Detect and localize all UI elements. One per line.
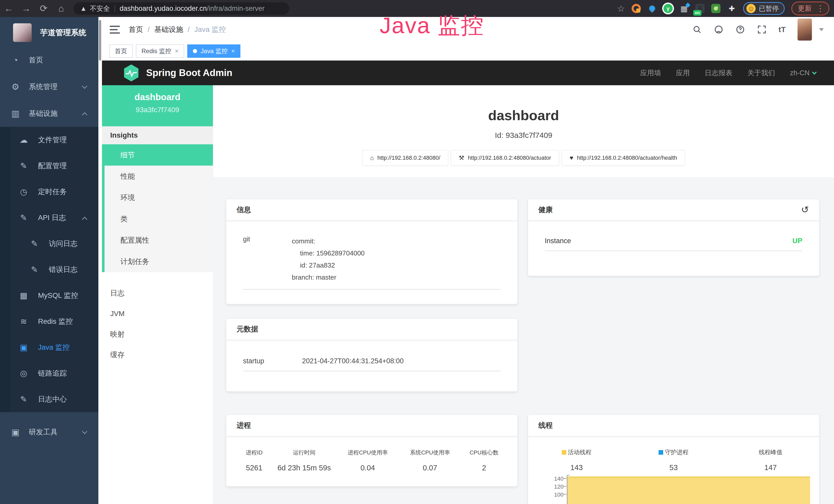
sidebar-item-label: API 日志 — [38, 213, 66, 223]
user-avatar[interactable] — [797, 19, 812, 41]
sidebar-item-system[interactable]: ⚙ 系统管理 — [0, 73, 98, 100]
extensions-puzzle-icon[interactable]: ✚ — [727, 4, 737, 13]
sba-menu-mappings[interactable]: 映射 — [102, 324, 213, 345]
home-icon[interactable]: ⌂ — [52, 0, 70, 17]
tab-redis-monitor[interactable]: Redis 监控 × — [136, 44, 184, 58]
sba-nav-wallboard[interactable]: 应用墙 — [640, 68, 661, 77]
sba-nav-applications[interactable]: 应用 — [676, 68, 690, 77]
app-logo-row[interactable]: 芋道管理系统 — [0, 17, 98, 47]
url-domain: dashboard.yudao.iocoder.cn — [120, 5, 207, 13]
browser-update-button[interactable]: 更新 ⋮ — [791, 2, 829, 16]
forward-icon[interactable]: → — [18, 0, 35, 17]
git-info-row: git commit: time: 1596289704000 id: 27aa… — [226, 221, 517, 283]
sba-sidebar: dashboard 93a3fc7f7409 Insights 细节 性能 环境… — [102, 85, 213, 504]
sba-instance-name: dashboard — [102, 92, 213, 102]
sba-menu-metrics[interactable]: 性能 — [105, 166, 213, 187]
sidebar-item-log-center[interactable]: ✎ 日志中心 — [0, 386, 98, 412]
profile-paused-badge[interactable]: ☺ 已暂停 — [743, 2, 785, 15]
sba-brand[interactable]: Spring Boot Admin — [123, 64, 233, 82]
back-icon[interactable]: ← — [0, 0, 18, 17]
actuator-url-button[interactable]: ⚒ http://192.168.0.2:48080/actuator — [451, 150, 559, 166]
sba-instance-header[interactable]: dashboard 93a3fc7f7409 — [102, 85, 213, 126]
close-icon[interactable]: × — [231, 47, 235, 55]
sba-menu-classes[interactable]: 类 — [105, 208, 213, 230]
metadata-startup-row: startup 2021-04-27T00:44:31.254+08:00 — [226, 340, 517, 365]
sba-menu-caches[interactable]: 缓存 — [102, 345, 213, 365]
sidebar-item-scheduled-jobs[interactable]: ◷ 定时任务 — [0, 179, 98, 205]
sba-nav-about[interactable]: 关于我们 — [747, 68, 775, 77]
help-icon[interactable] — [736, 25, 745, 35]
sidebar-item-api-log[interactable]: ✎ API 日志 — [0, 205, 98, 231]
col-process-cpu: 进程CPU使用率 — [337, 449, 399, 457]
breadcrumb: 首页 / 基础设施 / Java 监控 — [129, 25, 226, 35]
sidebar-item-error-log[interactable]: ✎ 错误日志 — [0, 256, 98, 282]
bookmark-star-icon[interactable]: ☆ — [617, 3, 625, 14]
browser-menu-icon[interactable]: ⋮ — [816, 4, 825, 13]
ytick-120: 120 — [549, 483, 564, 490]
extension-y-icon[interactable]: y — [663, 4, 673, 13]
axis-tick — [564, 486, 567, 486]
sidebar-item-mysql-monitor[interactable]: ▦ MySQL 监控 — [0, 282, 98, 308]
font-size-icon[interactable]: tT — [778, 25, 786, 34]
threads-card: 线程 活动线程 守护进程 线程峰值 143 53 147 140 120 100 — [528, 415, 819, 504]
sba-menu-scheduled-tasks[interactable]: 计划任务 — [105, 251, 213, 272]
sba-menu-details[interactable]: 细节 — [105, 144, 213, 166]
extension-grid-icon[interactable]: ▦ — [679, 4, 688, 13]
breadcrumb-infrastructure[interactable]: 基础设施 — [154, 25, 183, 35]
sba-menu-jvm[interactable]: JVM — [102, 303, 213, 324]
axis-tick — [564, 478, 567, 479]
sidebar-item-redis-monitor[interactable]: ≋ Redis 监控 — [0, 308, 98, 334]
search-icon[interactable] — [692, 25, 702, 35]
fullscreen-icon[interactable] — [757, 25, 767, 35]
avatar-caret-icon[interactable] — [819, 28, 824, 31]
health-url-button[interactable]: ♥ http://192.168.0.2:48080/actuator/heal… — [562, 150, 685, 166]
close-icon[interactable]: × — [175, 47, 178, 55]
chevron-down-icon — [82, 429, 87, 434]
tab-java-monitor[interactable]: Java 监控 × — [187, 44, 240, 58]
extension-switch-icon[interactable]: ☰on — [695, 4, 705, 13]
health-card-title: 健康 — [539, 205, 553, 215]
gear-icon: ⚙ — [10, 82, 21, 92]
sidebar-item-home[interactable]: ◔ 首页 — [0, 47, 98, 73]
sidebar-item-infrastructure[interactable]: ▥ 基础设施 — [0, 100, 98, 127]
screen: ← → ⟳ ⌂ ▲ 不安全 dashboard.yudao.iocoder.cn… — [0, 0, 834, 504]
extension-colorpicker-icon[interactable] — [632, 4, 641, 13]
reload-icon[interactable]: ⟳ — [35, 0, 52, 17]
health-card: 健康 ↺ Instance UP — [528, 199, 819, 276]
sba-nav-journal[interactable]: 日志报表 — [705, 68, 732, 77]
sidebar-item-java-monitor[interactable]: ▣ Java 监控 — [0, 334, 98, 360]
extension-leaf-icon[interactable] — [711, 4, 721, 13]
sidebar-submenu-infrastructure: ☁ 文件管理 ✎ 配置管理 ◷ 定时任务 ✎ API 日志 ✎ 访问日志 ✎ — [0, 127, 98, 412]
threads-chart: 140 120 100 — [528, 475, 819, 504]
threads-values-row: 143 53 147 — [528, 463, 819, 472]
val-process-cpu: 0.04 — [337, 464, 399, 472]
tab-home[interactable]: 首页 — [109, 44, 133, 58]
scrollbar-thumb[interactable] — [99, 20, 101, 61]
hamburger-icon[interactable] — [110, 26, 120, 33]
extension-pin-icon[interactable] — [648, 4, 657, 13]
history-icon[interactable]: ↺ — [801, 204, 809, 215]
service-url-button[interactable]: ⌂ http://192.168.0.2:48080/ — [362, 150, 448, 166]
sidebar-item-devtools[interactable]: ▣ 研发工具 — [0, 419, 98, 445]
address-bar[interactable]: ▲ 不安全 dashboard.yudao.iocoder.cn/infra/a… — [73, 2, 289, 15]
github-icon[interactable] — [714, 25, 724, 35]
sidebar-scrollbar[interactable] — [98, 17, 102, 504]
sba-header: Spring Boot Admin 应用墙 应用 日志报表 关于我们 zh-CN — [102, 61, 834, 85]
sba-menu-logs[interactable]: 日志 — [102, 283, 213, 303]
sba-instance-id: 93a3fc7f7409 — [102, 106, 213, 114]
metadata-key: startup — [243, 357, 302, 365]
tab-label: Redis 监控 — [141, 47, 171, 55]
breadcrumb-home[interactable]: 首页 — [129, 25, 143, 35]
language-label[interactable]: zh-CN — [790, 69, 810, 77]
security-warning-icon[interactable]: ▲ — [80, 5, 87, 13]
sidebar-item-access-log[interactable]: ✎ 访问日志 — [0, 231, 98, 256]
sidebar-item-file-manage[interactable]: ☁ 文件管理 — [0, 127, 98, 153]
sidebar-item-trace[interactable]: ◎ 链路追踪 — [0, 360, 98, 386]
ytick-140: 140 — [549, 476, 564, 482]
sba-root-menu: 日志 JVM 映射 缓存 — [102, 272, 213, 365]
instance-url-row: ⌂ http://192.168.0.2:48080/ ⚒ http://192… — [213, 150, 834, 166]
sidebar-item-config-manage[interactable]: ✎ 配置管理 — [0, 153, 98, 179]
sba-menu-environment[interactable]: 环境 — [105, 187, 213, 208]
sba-menu-config-props[interactable]: 配置属性 — [105, 230, 213, 251]
heart-icon: ♥ — [570, 154, 573, 161]
